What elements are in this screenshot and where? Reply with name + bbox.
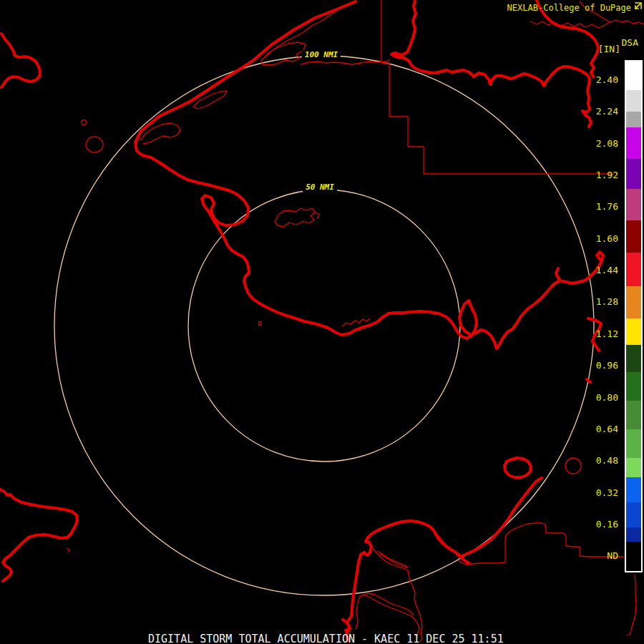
color-scale-segment bbox=[626, 127, 641, 159]
color-scale-label: 2.40 bbox=[596, 75, 618, 84]
color-scale-segment bbox=[626, 90, 641, 112]
island-bottom-center bbox=[343, 521, 460, 640]
islet-circle-left bbox=[82, 120, 87, 125]
lagoon-outline-center bbox=[275, 208, 319, 227]
color-scale-segment bbox=[626, 401, 641, 429]
color-scale-segment bbox=[626, 318, 641, 345]
color-scale-segment bbox=[626, 253, 641, 286]
coast-left-top bbox=[1, 34, 40, 87]
coast-left-bottom bbox=[0, 489, 77, 581]
color-scale-label: 0.64 bbox=[596, 424, 618, 434]
color-scale-segment bbox=[626, 542, 641, 571]
color-scale-label: 0.32 bbox=[596, 488, 618, 497]
color-scale-segment bbox=[626, 220, 641, 253]
color-scale-label: 0.48 bbox=[596, 456, 618, 465]
island-circle-lower-right bbox=[565, 458, 581, 474]
color-scale-label: 0.16 bbox=[596, 519, 618, 529]
color-scale-label: 1.76 bbox=[596, 202, 618, 211]
color-scale-label: 0.80 bbox=[596, 393, 618, 402]
product-units-label: [IN] bbox=[598, 44, 620, 54]
color-scale-bar bbox=[625, 60, 643, 572]
island-ring-lower-right bbox=[504, 458, 531, 477]
color-scale-segment bbox=[626, 372, 641, 401]
radar-map-canvas bbox=[0, 0, 644, 644]
color-scale-label: 0.96 bbox=[596, 361, 618, 370]
color-scale-label: 1.12 bbox=[596, 329, 618, 338]
island-circle-left bbox=[86, 137, 103, 152]
color-scale-segment bbox=[626, 62, 641, 90]
color-scale-segment bbox=[626, 458, 641, 477]
radar-display: NEXLAB-College of DuPage DSA [IN] 100 NM… bbox=[0, 0, 644, 644]
county-boundary-stepped bbox=[381, 0, 613, 174]
color-scale-segment bbox=[626, 159, 641, 189]
brand-text: NEXLAB-College of DuPage bbox=[507, 4, 631, 12]
range-ring-label-50nmi: 50 NMI bbox=[303, 182, 337, 192]
color-scale-segment bbox=[626, 527, 641, 542]
boundary-below-colorbar bbox=[67, 548, 636, 635]
color-scale-label: 1.28 bbox=[596, 297, 618, 306]
color-scale-label: 1.44 bbox=[596, 265, 618, 275]
color-scale-segment bbox=[626, 502, 641, 527]
coast-main bbox=[135, 1, 603, 348]
product-title-text: DIGITAL STORM TOTAL ACCUMULATION - KAEC … bbox=[148, 634, 504, 644]
color-scale-segment bbox=[626, 345, 641, 372]
color-scale-label: 2.24 bbox=[596, 107, 618, 116]
color-scale-label: ND bbox=[607, 551, 618, 560]
color-scale-label: 2.08 bbox=[596, 139, 618, 148]
color-scale-segment bbox=[626, 112, 641, 127]
product-code-label: DSA bbox=[622, 38, 638, 47]
color-scale-segment bbox=[626, 189, 641, 220]
arrow-box-icon bbox=[633, 1, 643, 11]
color-scale-label: 1.60 bbox=[596, 234, 618, 243]
color-scale-segment bbox=[626, 429, 641, 458]
color-scale-segment bbox=[626, 286, 641, 318]
color-scale-label: 1.92 bbox=[596, 170, 618, 180]
coast-upper-right bbox=[391, 0, 591, 127]
boundary-thin bbox=[67, 0, 644, 643]
color-scale-segment bbox=[626, 477, 641, 502]
coastline-thick bbox=[0, 0, 603, 640]
coast-lower-right-diagonal bbox=[457, 478, 542, 563]
range-ring-label-100nmi: 100 NMI bbox=[302, 50, 341, 59]
